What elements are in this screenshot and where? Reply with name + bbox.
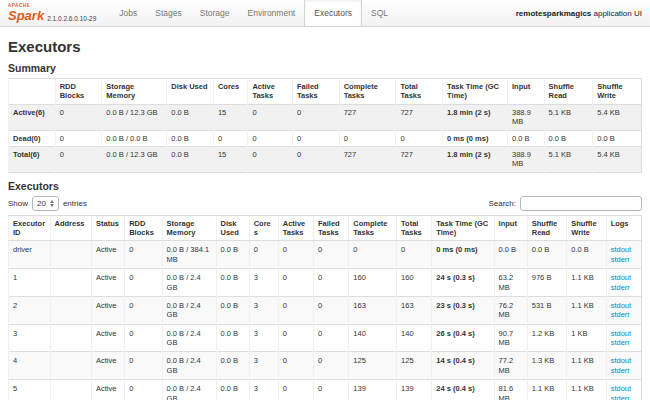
nav-item-jobs[interactable]: Jobs — [110, 0, 146, 26]
column-header-row-label — [9, 79, 56, 105]
stdout-link[interactable]: stdout — [611, 356, 631, 365]
table-cell — [50, 380, 92, 400]
stderr-link[interactable]: stderr — [611, 394, 630, 400]
column-header-active-tasks[interactable]: Active Tasks — [278, 215, 313, 241]
column-header-task-time-gc-time[interactable]: Task Time (GC Time) — [432, 215, 494, 241]
table-cell: 140 — [397, 324, 432, 352]
spark-version: 2.1.0.2.6.0.10-29 — [47, 15, 96, 22]
search-input[interactable] — [520, 196, 642, 211]
table-cell: 388.9 MB — [508, 104, 545, 130]
table-cell: 0 — [278, 296, 313, 324]
search-control: Search: — [488, 196, 642, 211]
logs-cell: stdoutstderr — [606, 380, 641, 400]
table-cell: 139 — [397, 380, 432, 400]
column-header-shuffle-write: Shuffle Write — [593, 79, 642, 105]
table-cell: 0.0 B — [527, 241, 566, 269]
table-cell: 4 — [9, 352, 51, 380]
column-header-rdd-blocks: RDD Blocks — [55, 79, 102, 105]
table-row: 1Active00.0 B / 2.4 GB0.0 B30016016024 s… — [9, 269, 642, 297]
nav-item-executors[interactable]: Executors — [304, 0, 362, 26]
nav-item-environment[interactable]: Environment — [239, 0, 305, 26]
table-cell: Active — [92, 352, 125, 380]
column-header-shuffle-write[interactable]: Shuffle Write — [567, 215, 606, 241]
table-cell: 160 — [349, 269, 397, 297]
stdout-link[interactable]: stdout — [611, 329, 631, 338]
stderr-link[interactable]: stderr — [611, 338, 630, 347]
stderr-link[interactable]: stderr — [611, 255, 630, 264]
stderr-link[interactable]: stderr — [611, 310, 630, 319]
column-header-total-tasks: Total Tasks — [396, 79, 443, 105]
column-header-input[interactable]: Input — [494, 215, 527, 241]
column-header-storage-memory[interactable]: Storage Memory — [162, 215, 216, 241]
table-row: Active(6)00.0 B / 12.3 GB0.0 B1500727727… — [9, 104, 642, 130]
column-header-total-tasks[interactable]: Total Tasks — [397, 215, 432, 241]
column-header-rdd-blocks[interactable]: RDD Blocks — [125, 215, 162, 241]
table-cell: Active — [92, 380, 125, 400]
table-cell: 1.1 KB — [567, 380, 606, 400]
column-header-executor-id[interactable]: Executor ID — [9, 215, 51, 241]
table-cell — [50, 352, 92, 380]
table-cell: 0 — [314, 352, 349, 380]
column-header-complete-tasks[interactable]: Complete Tasks — [349, 215, 397, 241]
table-cell: 388.9 MB — [508, 146, 545, 172]
table-cell: 0 — [397, 241, 432, 269]
table-cell: 125 — [349, 352, 397, 380]
table-cell: 81.6 MB — [494, 380, 527, 400]
stderr-link[interactable]: stderr — [611, 366, 630, 375]
table-cell: 0 — [248, 146, 293, 172]
application-ui-suffix: application UI — [591, 9, 642, 18]
table-cell: 63.2 MB — [494, 269, 527, 297]
column-header-disk-used[interactable]: Disk Used — [216, 215, 249, 241]
table-cell: 0 — [278, 324, 313, 352]
stdout-link[interactable]: stdout — [611, 301, 631, 310]
executors-heading: Executors — [8, 180, 642, 192]
table-cell: 0 — [293, 146, 340, 172]
column-header-shuffle-read[interactable]: Shuffle Read — [527, 215, 566, 241]
table-cell: 0 — [55, 146, 102, 172]
logs-cell: stdoutstderr — [606, 296, 641, 324]
table-cell: 23 s (0.3 s) — [432, 296, 494, 324]
table-cell: 0 — [293, 130, 340, 146]
table-cell: 0.0 B — [216, 352, 249, 380]
table-cell: 3 — [249, 380, 278, 400]
page-title: Executors — [8, 38, 642, 55]
stdout-link[interactable]: stdout — [611, 245, 631, 254]
table-cell: Active — [92, 296, 125, 324]
table-cell: 140 — [349, 324, 397, 352]
spark-logo[interactable]: APACHE Spark — [8, 0, 44, 26]
table-row: Dead(0)00.0 B / 0.0 B0.0 B000000 ms (0 m… — [9, 130, 642, 146]
table-cell: 26 s (0.4 s) — [432, 324, 494, 352]
table-cell: 0 — [125, 269, 162, 297]
column-header-failed-tasks[interactable]: Failed Tasks — [314, 215, 349, 241]
nav-item-stages[interactable]: Stages — [146, 0, 190, 26]
column-header-logs[interactable]: Logs — [606, 215, 641, 241]
table-cell: 0 — [249, 241, 278, 269]
column-header-cores[interactable]: Cores — [249, 215, 278, 241]
table-cell: 139 — [349, 380, 397, 400]
table-cell: 0 — [125, 380, 162, 400]
column-header-address[interactable]: Address — [50, 215, 92, 241]
select-arrows-icon — [50, 200, 54, 207]
table-cell: 0 — [314, 269, 349, 297]
table-cell: 0 — [125, 296, 162, 324]
table-cell: 1.1 KB — [567, 352, 606, 380]
table-cell: 0.0 B / 12.3 GB — [102, 146, 167, 172]
stdout-link[interactable]: stdout — [611, 384, 631, 393]
table-cell: 727 — [339, 146, 396, 172]
nav-item-sql[interactable]: SQL — [362, 0, 397, 26]
stderr-link[interactable]: stderr — [611, 283, 630, 292]
page-size-value: 20 — [37, 199, 46, 208]
table-cell: 0 — [339, 130, 396, 146]
table-cell: 160 — [397, 269, 432, 297]
column-header-status[interactable]: Status — [92, 215, 125, 241]
column-header-disk-used: Disk Used — [167, 79, 214, 105]
table-cell: 5.4 KB — [593, 104, 642, 130]
table-cell: 163 — [397, 296, 432, 324]
stdout-link[interactable]: stdout — [611, 273, 631, 282]
table-cell: 0.0 B / 12.3 GB — [102, 104, 167, 130]
page-size-select[interactable]: 20 — [32, 196, 59, 211]
table-cell: Dead(0) — [9, 130, 56, 146]
table-cell: 0 — [55, 130, 102, 146]
table-cell: 3 — [249, 324, 278, 352]
nav-item-storage[interactable]: Storage — [191, 0, 239, 26]
